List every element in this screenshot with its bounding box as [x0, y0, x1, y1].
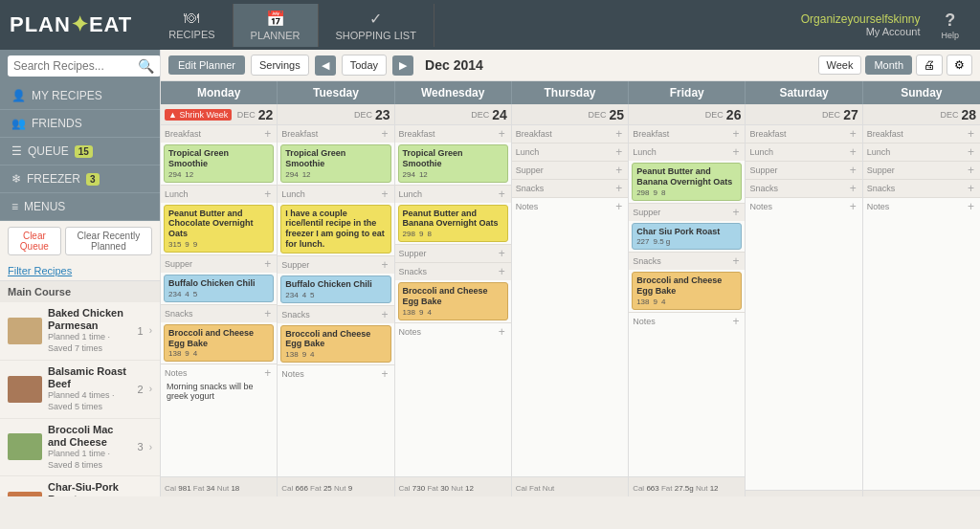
sidebar-item-queue[interactable]: ☰ QUEUE 15	[0, 138, 160, 165]
add-lunch-button[interactable]: +	[262, 187, 273, 201]
main-course-header: Main Course	[0, 280, 160, 302]
add-snacks-button[interactable]: +	[497, 265, 507, 278]
meal-card[interactable]: Broccoli and Cheese Egg Bake 13894	[280, 325, 390, 364]
lunch-section: Lunch + Peanut Butter and Banana Overnig…	[629, 143, 745, 204]
sidebar-item-freezer[interactable]: ❄ FREEZER 3	[0, 165, 160, 193]
calendar-title: Dec 2014	[425, 57, 483, 73]
supper-label-row: Supper +	[746, 162, 861, 179]
nav-planner-label: PLANNER	[251, 30, 301, 41]
add-supper-button[interactable]: +	[497, 247, 507, 260]
list-item[interactable]: Char-Siu-Pork Roast Planned 1 time · 1 r…	[0, 476, 160, 496]
add-note-button[interactable]: +	[848, 200, 858, 213]
supper-section: Supper +	[746, 162, 861, 180]
sidebar-item-friends[interactable]: 👥 FRIENDS	[0, 110, 160, 138]
add-breakfast-button[interactable]: +	[730, 127, 741, 141]
add-snacks-button[interactable]: +	[730, 254, 741, 268]
add-breakfast-button[interactable]: +	[966, 127, 976, 141]
supper-label-row: Supper +	[278, 256, 393, 274]
add-note-button[interactable]: +	[262, 366, 273, 380]
calendar-area: Edit Planner Servings ◀ Today ▶ Dec 2014…	[161, 50, 980, 496]
add-supper-button[interactable]: +	[848, 164, 858, 177]
clear-recently-button[interactable]: Clear Recently Planned	[65, 227, 152, 255]
next-button[interactable]: ▶	[392, 55, 413, 76]
prev-button[interactable]: ◀	[315, 55, 336, 76]
meal-card[interactable]: Tropical Green Smoothie 29412	[164, 144, 274, 183]
settings-button[interactable]: ⚙	[947, 55, 972, 76]
list-item[interactable]: Baked Chicken Parmesan Planned 1 time · …	[0, 302, 160, 361]
month-view-button[interactable]: Month	[865, 55, 912, 75]
add-snacks-button[interactable]: +	[966, 182, 976, 195]
add-breakfast-button[interactable]: +	[848, 127, 858, 141]
sidebar-item-my-recipes[interactable]: 👤 MY RECIPES	[0, 82, 160, 110]
meal-card[interactable]: Broccoli and Cheese Egg Bake 13894	[632, 272, 742, 310]
recipe-number: 1	[138, 325, 144, 337]
dow-friday: Friday	[629, 81, 746, 104]
add-breakfast-button[interactable]: +	[613, 127, 624, 141]
add-breakfast-button[interactable]: +	[262, 127, 273, 141]
servings-button[interactable]: Servings	[251, 55, 309, 76]
recipe-thumb	[8, 492, 42, 496]
notes-label-row: Notes +	[749, 200, 858, 213]
queue-badge: 15	[75, 145, 93, 158]
today-button[interactable]: Today	[342, 55, 387, 76]
recipe-info: Balsamic Roast Beef Planned 4 times · Sa…	[48, 365, 132, 413]
add-breakfast-button[interactable]: +	[380, 127, 390, 141]
account-section[interactable]: Organizeyourselfskinny My Account	[801, 12, 921, 37]
sidebar-item-menus[interactable]: ≡ MENUS	[0, 193, 160, 221]
snacks-label-row: Snacks +	[161, 305, 277, 322]
meal-card[interactable]: I have a couple rice/lentil recipe in th…	[280, 205, 390, 253]
add-note-button[interactable]: +	[966, 200, 976, 213]
supper-section: Supper + Char Siu Pork Roast 2279.5 g	[629, 204, 745, 253]
add-supper-button[interactable]: +	[613, 164, 624, 177]
notes-section: Notes +	[863, 198, 980, 215]
add-snacks-button[interactable]: +	[262, 307, 273, 320]
list-item[interactable]: Broccoli Mac and Cheese Planned 1 time ·…	[0, 419, 160, 477]
add-note-button[interactable]: +	[380, 367, 390, 381]
clear-queue-button[interactable]: Clear Queue	[8, 227, 61, 255]
meal-card[interactable]: Char Siu Pork Roast 2279.5 g	[632, 223, 742, 251]
help-icon: ?	[945, 11, 955, 31]
add-note-button[interactable]: +	[730, 315, 741, 328]
add-snacks-button[interactable]: +	[380, 308, 390, 321]
nav-shopping[interactable]: ✓ SHOPPING LIST	[319, 4, 434, 47]
meal-card[interactable]: Broccoli and Cheese Egg Bake 13894	[398, 282, 508, 320]
notes-section: Notes +	[278, 365, 393, 383]
notes-label-row: Notes +	[281, 367, 390, 381]
help-button[interactable]: ? Help	[929, 5, 970, 46]
nav-planner[interactable]: 📅 PLANNER	[234, 4, 319, 47]
meal-card[interactable]: Broccoli and Cheese Egg Bake 13894	[164, 324, 274, 363]
add-breakfast-button[interactable]: +	[497, 127, 507, 141]
print-button[interactable]: 🖨	[916, 55, 943, 76]
add-note-button[interactable]: +	[497, 325, 507, 339]
nav-recipes[interactable]: 🍽 RECIPES	[151, 4, 233, 47]
day-num-row: DEC 26	[629, 104, 745, 125]
freezer-badge: 3	[86, 173, 100, 186]
add-lunch-button[interactable]: +	[613, 145, 624, 159]
meal-card[interactable]: Peanut Butter and Banana Overnight Oats …	[398, 205, 508, 243]
add-supper-button[interactable]: +	[730, 206, 741, 219]
edit-planner-button[interactable]: Edit Planner	[168, 55, 245, 75]
add-lunch-button[interactable]: +	[730, 145, 741, 159]
week-view-button[interactable]: Week	[818, 55, 862, 75]
add-supper-button[interactable]: +	[966, 164, 976, 177]
day-num-row: ▲ Shrink Week DEC 22	[161, 104, 277, 125]
list-item[interactable]: Balsamic Roast Beef Planned 4 times · Sa…	[0, 361, 160, 419]
meal-card[interactable]: Tropical Green Smoothie 29412	[280, 144, 390, 183]
filter-recipes-link[interactable]: Filter Recipes	[0, 261, 160, 280]
meal-card[interactable]: Peanut Butter and Chocolate Overnight Oa…	[164, 205, 274, 253]
meal-card[interactable]: Buffalo Chicken Chili 23445	[280, 276, 390, 303]
add-note-button[interactable]: +	[613, 200, 624, 213]
add-snacks-button[interactable]: +	[848, 182, 858, 195]
meal-card[interactable]: Tropical Green Smoothie 29412	[398, 144, 508, 183]
search-input[interactable]	[13, 59, 138, 73]
add-lunch-button[interactable]: +	[848, 145, 858, 159]
add-snacks-button[interactable]: +	[613, 182, 624, 195]
meal-card[interactable]: Peanut Butter and Banana Overnight Oats …	[632, 163, 742, 201]
add-lunch-button[interactable]: +	[380, 187, 390, 201]
add-supper-button[interactable]: +	[380, 258, 390, 272]
recipe-info: Broccoli Mac and Cheese Planned 1 time ·…	[48, 424, 132, 472]
meal-card[interactable]: Buffalo Chicken Chili 23445	[164, 275, 274, 302]
add-lunch-button[interactable]: +	[497, 187, 507, 201]
add-supper-button[interactable]: +	[262, 257, 273, 271]
add-lunch-button[interactable]: +	[966, 145, 976, 159]
